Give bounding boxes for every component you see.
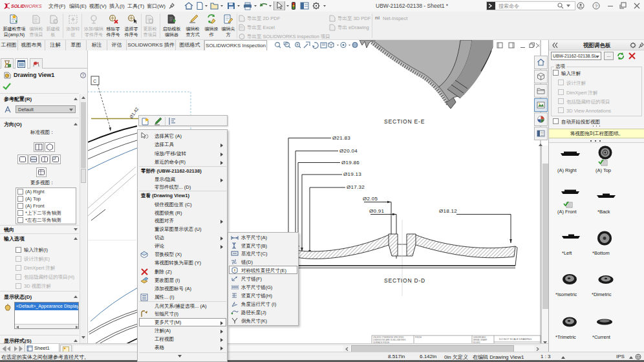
svg-text:*Isometric: *Isometric [555, 292, 577, 297]
svg-text:?: ? [595, 3, 598, 9]
svg-text:FINISH: FINISH [415, 336, 422, 339]
svg-text:?: ? [82, 73, 85, 78]
svg-text:Ø17.32: Ø17.32 [347, 184, 365, 190]
svg-text:*Trimetric: *Trimetric [555, 334, 576, 340]
svg-text:SECTION D-D: SECTION D-D [384, 277, 425, 284]
svg-text:*Current: *Current [592, 334, 611, 340]
svg-text:SOLID: SOLID [11, 4, 25, 8]
svg-text:*Back: *Back [597, 209, 610, 215]
svg-text:Ø0.91: Ø0.91 [369, 208, 385, 214]
svg-text:Ø19.86: Ø19.86 [341, 160, 360, 165]
svg-text:Ø20.04: Ø20.04 [339, 148, 358, 154]
svg-text:WORKS: WORKS [25, 4, 42, 8]
svg-text:DO NOT SCALE DRAWING: DO NOT SCALE DRAWING [499, 337, 531, 341]
svg-text:*Dimetric: *Dimetric [592, 292, 612, 297]
svg-text:*Bottom: *Bottom [592, 250, 610, 256]
svg-text:(A) Front: (A) Front [557, 209, 577, 215]
svg-text:Ø19.13: Ø19.13 [343, 171, 361, 177]
svg-text:(A) Right: (A) Right [557, 167, 577, 173]
svg-text:(A) Top: (A) Top [596, 167, 611, 173]
svg-text:Ø18.12: Ø18.12 [439, 208, 457, 214]
svg-text:C: C [93, 79, 96, 83]
svg-text:*Left: *Left [562, 250, 572, 256]
svg-text:SECTION E-E: SECTION E-E [384, 118, 425, 125]
svg-text:Ø2.05: Ø2.05 [363, 196, 378, 202]
svg-text:Ø21.83: Ø21.83 [332, 135, 350, 141]
